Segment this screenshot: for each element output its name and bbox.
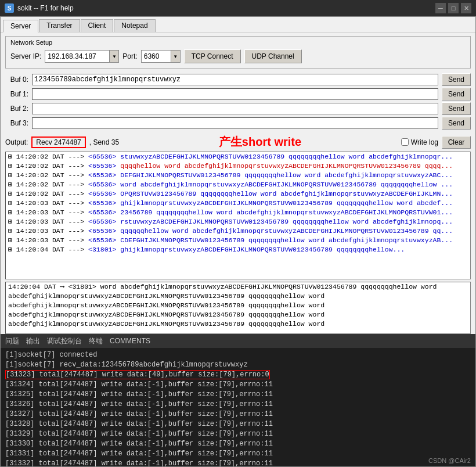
terminal-line: [31326] total[2474487] write data:[-1],b… — [5, 400, 471, 409]
log-line: ⊞ 14:20:03 DAT ---> <65536> CDEFGHIJKLMN… — [6, 236, 470, 245]
buf0-send-button[interactable]: Send — [442, 73, 471, 86]
buf-row-0: Buf 0: Send — [5, 73, 471, 86]
log-line: ⊞ 14:20:03 DAT ---> <65536> rstuvwxyzABC… — [6, 217, 470, 227]
log-line: ⊞ 14:20:02 DAT ---> <65536> DEFGHIJKLMNO… — [6, 171, 470, 180]
lower-log-line: abcdefghijklmnopqrstuvwxyzABCDEFGHIJKLMN… — [6, 301, 470, 310]
lower-log[interactable]: 14:20:04 DAT ⟶ <31801> word abcdefghijkl… — [5, 282, 471, 334]
send-info: , Send 35 — [89, 138, 119, 146]
title-bar: S sokit -- F1 for help ─ □ ✕ — [0, 0, 476, 16]
terminal-line: [31324] total[2474487] write data:[-1],b… — [5, 380, 471, 390]
lower-log-line: abcdefghijklmnopqrstuvwxyzABCDEFGHIJKLMN… — [6, 292, 470, 301]
terminal-line: [31332] total[2474487] write data:[-1],b… — [5, 459, 471, 466]
log-line: ⊞ 14:20:03 DAT ---> <65536> qqqqqqhellow… — [6, 227, 470, 236]
terminal-line: [1]socket[7] recv_data:123456789abcdefgh… — [5, 360, 471, 370]
lower-log-line: 14:20:04 DAT ⟶ <31801> word abcdefghijkl… — [6, 282, 470, 292]
write-log-checkbox-group: Write log — [401, 138, 438, 146]
buf-row-1: Buf 1: Send — [5, 88, 471, 100]
maximize-button[interactable]: □ — [448, 3, 459, 13]
lower-log-line: abcdefghijklmnopqrstuvwxyzABCDEFGHIJKLMN… — [6, 310, 470, 319]
log-line: ⊞ 14:20:02 DAT ---> <65536> OPQRSTUVW012… — [6, 189, 470, 199]
port-dropdown-arrow[interactable]: ▼ — [171, 51, 180, 62]
buf1-input[interactable] — [32, 88, 438, 100]
buf3-send-button[interactable]: Send — [442, 117, 471, 130]
main-window: Server Transfer Client Notepad Network S… — [0, 16, 476, 467]
upper-log[interactable]: ⊞ 14:20:02 DAT ---> <65536> stuvwxyzABCD… — [5, 152, 471, 279]
network-setup-label: Network Setup — [10, 39, 466, 46]
toolbar-item-output[interactable]: 输出 — [26, 336, 40, 346]
buf1-label: Buf 1: — [5, 90, 28, 98]
buf0-label: Buf 0: — [5, 76, 28, 84]
log-line: ⊞ 14:20:02 DAT ---> <65536> qqqqhellow w… — [6, 161, 470, 171]
terminal-line: [31329] total[2474487] write data:[-1],b… — [5, 429, 471, 439]
toolbar-item-debug[interactable]: 调试控制台 — [47, 336, 82, 346]
write-log-label: Write log — [411, 138, 438, 146]
terminal-line: [31328] total[2474487] write data:[-1],b… — [5, 419, 471, 429]
tab-notepad[interactable]: Notepad — [114, 19, 155, 32]
server-ip-label: Server IP: — [10, 52, 41, 60]
short-write-text: 产生short write — [122, 134, 398, 150]
app-icon: S — [5, 3, 14, 13]
buf0-input[interactable] — [32, 74, 438, 85]
buf2-label: Buf 2: — [5, 105, 28, 113]
write-log-checkbox[interactable] — [401, 138, 409, 146]
recv-badge: Recv 2474487 — [31, 136, 85, 148]
network-row: Server IP: ▼ Port: ▼ TCP Connect UDP Cha… — [10, 49, 466, 63]
terminal-line-highlight: [31323] total[2474487] write data:[49],b… — [5, 370, 471, 380]
toolbar-item-comments[interactable]: COMMENTS — [110, 337, 150, 345]
toolbar-item-terminal[interactable]: 终端 — [89, 336, 103, 346]
toolbar-item-problems[interactable]: 问题 — [5, 336, 19, 346]
tab-transfer[interactable]: Transfer — [39, 19, 80, 32]
buf3-label: Buf 3: — [5, 119, 28, 127]
buf1-send-button[interactable]: Send — [442, 88, 471, 100]
tab-server[interactable]: Server — [3, 20, 38, 33]
terminal-line: [31331] total[2474487] write data:[-1],b… — [5, 449, 471, 459]
bottom-toolbar: 问题 输出 调试控制台 终端 COMMENTS — [1, 334, 475, 348]
server-ip-combo[interactable]: ▼ — [45, 50, 119, 63]
udp-channel-button[interactable]: UDP Channel — [244, 49, 302, 63]
log-line: ⊞ 14:20:04 DAT ---> <31801> ghijklmnopqr… — [6, 245, 470, 254]
port-combo[interactable]: ▼ — [141, 50, 181, 63]
server-ip-dropdown-arrow[interactable]: ▼ — [109, 51, 118, 62]
terminal[interactable]: [1]socket[7] connected [1]socket[7] recv… — [1, 348, 475, 466]
title-bar-left: S sokit -- F1 for help — [5, 3, 74, 13]
buffer-section: Buf 0: Send Buf 1: Send Buf 2: Send Buf … — [1, 72, 475, 132]
buf-row-3: Buf 3: Send — [5, 117, 471, 130]
terminal-line: [1]socket[7] connected — [5, 350, 471, 360]
server-ip-input[interactable] — [45, 52, 109, 60]
terminal-line: [31325] total[2474487] write data:[-1],b… — [5, 390, 471, 400]
network-setup-group: Network Setup Server IP: ▼ Port: ▼ TCP C… — [5, 36, 471, 69]
log-line: ⊞ 14:20:03 DAT ---> <65536> ghijklmnopqr… — [6, 199, 470, 208]
log-line: ⊞ 14:20:02 DAT ---> <65536> stuvwxyzABCD… — [6, 152, 470, 161]
port-label: Port: — [122, 52, 137, 60]
tcp-connect-button[interactable]: TCP Connect — [184, 49, 241, 63]
lower-log-line: abcdefghijklmnopqrstuvwxyzABCDEFGHIJKLMN… — [6, 319, 470, 329]
buf2-input[interactable] — [32, 103, 438, 114]
buf2-send-button[interactable]: Send — [442, 102, 471, 115]
output-row: Output: Recv 2474487 , Send 35 产生short w… — [1, 132, 475, 152]
port-input[interactable] — [142, 52, 171, 60]
clear-button[interactable]: Clear — [442, 136, 471, 149]
title-bar-controls: ─ □ ✕ — [435, 3, 471, 13]
output-label: Output: — [5, 138, 28, 146]
menu-tabs: Server Transfer Client Notepad — [1, 17, 475, 33]
buf-row-2: Buf 2: Send — [5, 102, 471, 115]
buf3-input[interactable] — [32, 117, 438, 129]
title-text: sokit -- F1 for help — [17, 4, 74, 12]
watermark: CSDN @CAir2 — [428, 457, 471, 464]
log-line: ⊞ 14:20:02 DAT ---> <65536> word abcdefg… — [6, 180, 470, 189]
close-button[interactable]: ✕ — [461, 3, 471, 13]
terminal-line: [31330] total[2474487] write data:[-1],b… — [5, 439, 471, 449]
terminal-line: [31327] total[2474487] write data:[-1],b… — [5, 409, 471, 419]
tab-client[interactable]: Client — [81, 19, 114, 32]
minimize-button[interactable]: ─ — [435, 3, 446, 13]
log-line: ⊞ 14:20:03 DAT ---> <65536> 23456789 qqq… — [6, 208, 470, 217]
